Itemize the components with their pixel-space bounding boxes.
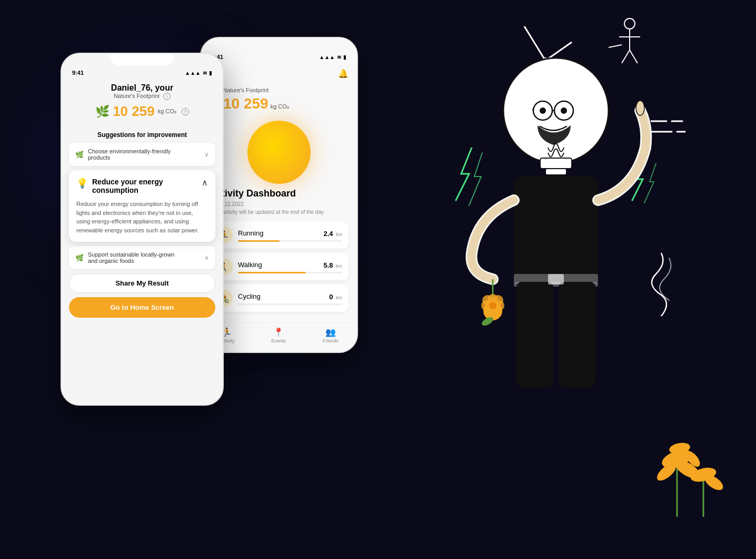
svg-point-46 [624,18,635,29]
walking-unit: km [336,263,342,269]
running-value: 2.4 km [323,229,342,238]
activity-dashboard-title: Activity Dashboard [210,188,349,199]
suggestions-section: Suggestions for improvement 🌿 Choose env… [69,131,215,269]
svg-line-51 [609,45,622,47]
phone-front-notch [111,54,174,65]
home-button[interactable]: Go to Home Screen [69,297,215,318]
bell-icon: 🔔 [338,68,349,79]
suggestion-1-icon: 🌿 [75,151,84,159]
front-signal-icon: ▲▲▲ [185,70,201,76]
info-icon: i [163,93,171,100]
share-button[interactable]: Share My Result [69,273,215,293]
activity-date: 📅 29.12.2022 [210,201,349,207]
front-time: 9:41 [72,70,84,76]
nav-friends-icon: 👥 [325,327,336,337]
nature-footprint-label: Nature's Footprint i [69,93,215,100]
user-name: Daniel_76, your [69,83,215,93]
back-phone-nav: 🏃 Activity 📍 Events 👥 Friends [201,322,357,348]
front-wifi-icon: ≋ [203,70,207,76]
cycling-unit: km [336,295,342,300]
front-info-icon: ? [182,108,189,115]
running-progress-fill [238,240,280,242]
nav-events-label: Events [271,338,286,344]
suggestion-1-left: 🌿 Choose environmentally-friendly produc… [75,148,183,161]
nav-events-icon: 📍 [273,327,284,337]
illustration-area [335,0,756,559]
signal-icon: ▲▲▲ [319,54,335,60]
front-phone-content: Daniel_76, your Nature's Footprint i 🌿 1… [62,78,223,403]
front-header: Daniel_76, your Nature's Footprint i 🌿 1… [69,81,215,127]
suggestion-1-text: Choose environmentally-friendly products [88,148,183,161]
svg-rect-23 [516,282,553,387]
squiggly-lines [645,253,677,316]
svg-rect-24 [559,282,595,387]
front-status-icons: ▲▲▲ ≋ ▮ [185,70,212,76]
phone-back: 9:41 ▲▲▲ ≋ ▮ 🔔 Your Nature's Footprint 🌿… [200,37,358,353]
wifi-icon: ≋ [337,54,341,60]
svg-point-10 [503,58,609,163]
phone-front-status: 9:41 ▲▲▲ ≋ ▮ [62,65,223,78]
activity-subtitle: Your activity will be updated at the end… [210,209,349,215]
suggestion-3-chevron: ∨ [204,254,209,261]
svg-rect-11 [540,158,572,169]
running-progress-bar [238,240,342,242]
expanded-card-body: Reduce your energy consumption by turnin… [76,200,208,234]
back-footprint-label: Your Nature's Footprint [210,87,349,93]
front-battery-icon: ▮ [209,70,212,76]
activity-dashboard-section: Activity Dashboard 📅 29.12.2022 Your act… [210,188,349,312]
cycling-progress-bar [238,303,342,305]
turbine-person [609,16,651,79]
back-header: 🔔 [210,66,349,83]
suggestion-1-chevron: ∨ [204,151,209,158]
expanded-card-title: Reduce your energy consumption [92,178,202,194]
activity-walking: 🚶 Walking 5.8 km [210,253,349,280]
running-unit: km [336,232,342,237]
suggestions-title: Suggestions for improvement [69,131,215,139]
cycling-label: Cycling [238,292,329,300]
collapse-icon[interactable]: ∧ [202,178,208,188]
svg-rect-20 [514,176,598,282]
suggestion-item-1[interactable]: 🌿 Choose environmentally-friendly produc… [69,143,215,166]
walking-progress-bar [238,272,342,273]
svg-line-50 [630,50,638,63]
phone-back-status: 9:41 ▲▲▲ ≋ ▮ [201,50,357,62]
cycling-value: 0 km [329,292,342,301]
suggestion-3-left: 🌿 Support sustainable locally-grown and … [75,251,183,264]
nav-friends[interactable]: 👥 Friends [323,327,339,344]
energy-icon: 💡 [76,178,88,189]
nav-events[interactable]: 📍 Events [271,327,286,344]
back-footprint-unit: kg CO₂ [271,103,289,110]
activity-running: 🏃 Running 2.4 km [210,221,349,249]
suggestion-3-icon: 🌿 [75,254,84,262]
phone-back-notch [247,38,311,50]
suggestion-3-text: Support sustainable locally-grown and or… [88,251,183,264]
svg-line-49 [622,50,630,63]
front-footprint-unit: kg CO₂ [158,108,176,115]
svg-rect-25 [548,274,564,285]
expanded-card-energy: 💡 Reduce your energy consumption ∧ Reduc… [69,170,215,242]
svg-point-19 [561,107,567,114]
walking-progress-fill [238,272,306,273]
back-phone-content: 🔔 Your Nature's Footprint 🌿 10 259 kg CO… [201,62,357,350]
svg-point-26 [636,101,644,115]
suggestion-item-3[interactable]: 🌿 Support sustainable locally-grown and … [69,246,215,269]
front-footprint-value: 🌿 10 259 kg CO₂ ? [69,100,215,123]
back-footprint-number: 10 259 [223,95,268,112]
expanded-card-header: 💡 Reduce your energy consumption ∧ [76,178,208,194]
activity-cycling: 🚴 Cycling 0 km [210,285,349,312]
back-footprint-value: 🌿 10 259 kg CO₂ [210,95,349,112]
back-footprint: Your Nature's Footprint 🌿 10 259 kg CO₂ [210,83,349,116]
nav-friends-label: Friends [323,338,339,344]
walking-label: Walking [238,261,323,269]
battery-icon: ▮ [343,54,346,60]
svg-point-35 [489,302,496,309]
svg-rect-12 [545,169,566,175]
running-label: Running [238,229,323,237]
walking-value: 5.8 km [323,260,342,270]
svg-point-18 [540,107,546,114]
back-status-icons: ▲▲▲ ≋ ▮ [319,54,346,60]
sun-circle [247,121,311,184]
front-footprint-number: 10 259 [113,103,155,120]
phone-front: 9:41 ▲▲▲ ≋ ▮ Daniel_76, your Nature's Fo… [61,53,224,406]
plants-illustration [635,411,740,517]
